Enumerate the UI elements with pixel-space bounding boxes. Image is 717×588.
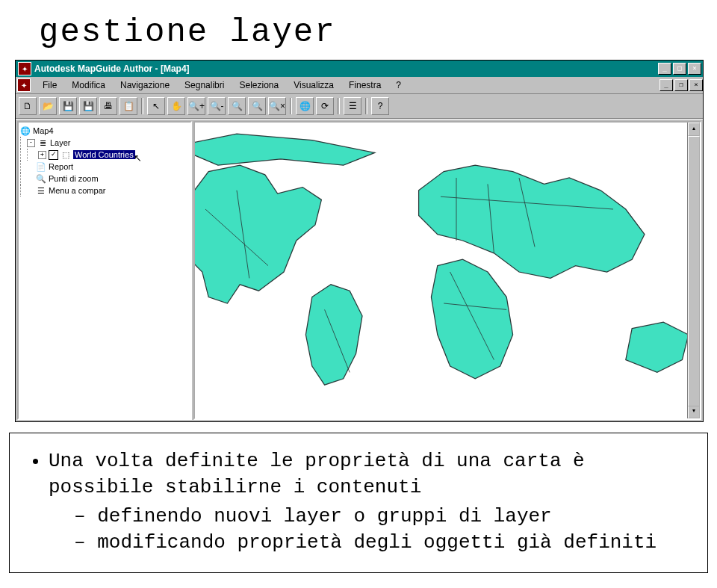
zoom-window-icon[interactable]: 🔍	[228, 97, 246, 115]
copy-icon[interactable]: 📋	[120, 97, 137, 115]
scroll-thumb[interactable]	[688, 136, 700, 406]
collapse-icon[interactable]: -	[27, 139, 35, 147]
menu-segnalibri[interactable]: Segnalibri	[177, 78, 232, 93]
app-icon: ✦	[18, 62, 31, 75]
layer-icon: ⬚	[60, 149, 71, 160]
doc-icon[interactable]: ✦	[17, 78, 31, 92]
tree-item-report[interactable]: 📄 Report	[20, 161, 189, 173]
minimize-button[interactable]: _	[658, 63, 671, 75]
vertical-scrollbar[interactable]: ▴ ▾	[687, 123, 700, 418]
pointer-icon[interactable]: ↖	[147, 97, 165, 115]
window-controls: _ □ ×	[658, 63, 701, 75]
caption-sub1: definendo nuovi layer o gruppi di layer	[74, 504, 688, 530]
save-all-icon[interactable]: 💾	[79, 97, 97, 115]
cursor-icon: ↖	[134, 152, 142, 164]
scroll-up-button[interactable]: ▴	[688, 123, 700, 136]
tree-item-label: Report	[49, 162, 73, 171]
menu-visualizza[interactable]: Visualizza	[286, 78, 341, 93]
globe-icon[interactable]: 🌐	[296, 97, 314, 115]
pan-icon[interactable]: ✋	[167, 97, 185, 115]
toolbar-separator	[141, 98, 143, 114]
toolbar-separator	[365, 98, 367, 114]
new-icon[interactable]: 🗋	[19, 97, 37, 115]
zoom-out-icon[interactable]: 🔍-	[208, 97, 226, 115]
print-icon[interactable]: 🖶	[99, 97, 117, 115]
menubar: ✦ File Modifica Navigazione Segnalibri S…	[16, 77, 703, 94]
properties-icon[interactable]: ☰	[344, 97, 361, 115]
tree-panel: 🌐 Map4 - ≣ Layer + ✓ ⬚ World Countries ↖	[17, 121, 192, 420]
list-icon: ☰	[36, 185, 46, 196]
app-window: ✦ Autodesk MapGuide Author - [Map4] _ □ …	[15, 60, 704, 422]
caption: Una volta definite le proprietà di una c…	[9, 433, 708, 573]
expand-icon[interactable]: +	[38, 151, 46, 159]
menu-finestra[interactable]: Finestra	[341, 78, 388, 93]
map-view[interactable]: ▴ ▾	[193, 121, 701, 420]
layers-icon: ≣	[37, 137, 48, 148]
slide-title: gestione layer	[0, 0, 717, 60]
child-window-controls: _ ❐ ×	[659, 79, 703, 91]
titlebar-text: Autodesk MapGuide Author - [Map4]	[34, 64, 657, 74]
menu-seleziona[interactable]: Seleziona	[232, 78, 286, 93]
tree-layer-item[interactable]: + ✓ ⬚ World Countries ↖	[20, 149, 189, 161]
globe-icon: 🌐	[20, 126, 31, 136]
zoom-previous-icon[interactable]: 🔍	[248, 97, 266, 115]
tree-root-label: Map4	[33, 126, 54, 135]
zoom-in-icon[interactable]: 🔍+	[187, 97, 205, 115]
layer-visibility-checkbox[interactable]: ✓	[49, 150, 58, 160]
help-icon[interactable]: ?	[371, 97, 389, 115]
menu-navigazione[interactable]: Navigazione	[113, 78, 177, 93]
zoom-point-icon: 🔍	[36, 173, 46, 184]
zoom-extents-icon[interactable]: 🔍×	[268, 97, 286, 115]
tree-root[interactable]: 🌐 Map4	[20, 125, 189, 137]
tree-item-label: Punti di zoom	[49, 174, 99, 183]
tree-layer-group[interactable]: - ≣ Layer	[20, 137, 189, 149]
caption-line1: Una volta definite le proprietà di una c…	[49, 448, 688, 501]
tree-item-menu[interactable]: ☰ Menu a compar	[20, 185, 189, 196]
caption-sub2: modificando proprietà degli oggetti già …	[74, 530, 688, 556]
menu-modifica[interactable]: Modifica	[64, 78, 113, 93]
toolbar-separator	[290, 98, 292, 114]
child-restore-button[interactable]: ❐	[674, 79, 688, 91]
child-minimize-button[interactable]: _	[659, 79, 673, 91]
tree-item-label: Menu a compar	[49, 186, 105, 195]
toolbar-separator	[338, 98, 340, 114]
tree-layer-group-label: Layer	[50, 138, 71, 147]
toolbar: 🗋 📂 💾 💾 🖶 📋 ↖ ✋ 🔍+ 🔍- 🔍 🔍 🔍× 🌐 ⟳ ☰ ?	[16, 94, 703, 119]
menu-help[interactable]: ?	[388, 78, 409, 93]
scroll-track[interactable]	[688, 136, 700, 405]
open-icon[interactable]: 📂	[39, 97, 57, 115]
workspace: 🌐 Map4 - ≣ Layer + ✓ ⬚ World Countries ↖	[16, 119, 703, 421]
titlebar: ✦ Autodesk MapGuide Author - [Map4] _ □ …	[16, 61, 703, 77]
maximize-button[interactable]: □	[673, 63, 686, 75]
tree-item-zoom[interactable]: 🔍 Punti di zoom	[20, 173, 189, 185]
menu-file[interactable]: File	[35, 78, 64, 93]
report-icon: 📄	[36, 161, 46, 172]
refresh-icon[interactable]: ⟳	[316, 97, 334, 115]
world-map	[195, 123, 687, 418]
close-button[interactable]: ×	[688, 63, 701, 75]
scroll-down-button[interactable]: ▾	[688, 405, 700, 418]
child-close-button[interactable]: ×	[689, 79, 703, 91]
tree-selected-layer-label: World Countries	[73, 150, 135, 159]
context-menu: Proprietà Nuovo layer Nuovo gruppo di la…	[190, 146, 192, 303]
save-icon[interactable]: 💾	[59, 97, 77, 115]
